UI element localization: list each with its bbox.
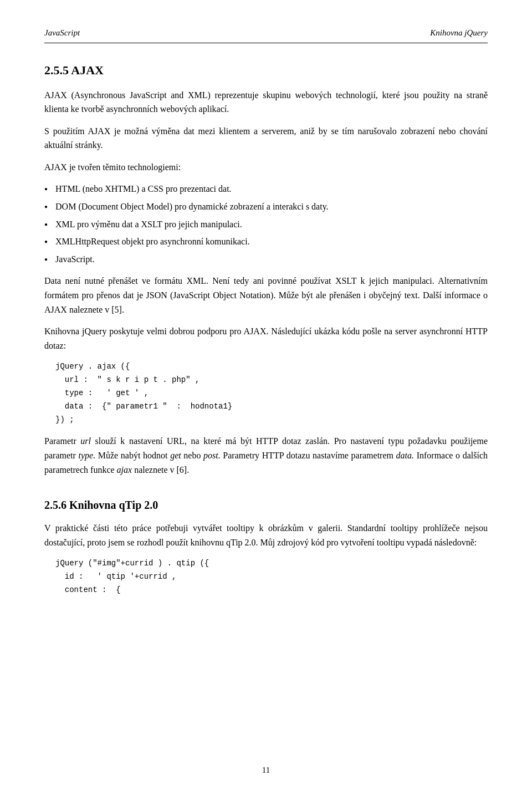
para6-after-post: Parametry HTTP dotazu nastavíme parametr…: [221, 451, 396, 460]
para6-between: nebo: [181, 451, 203, 460]
page-number: 11: [262, 766, 270, 774]
code-block-ajax: jQuery . ajax ({ url : " s k r i p t . p…: [44, 360, 488, 426]
section-255-para6: Parametr url slouží k nastavení URL, na …: [44, 434, 488, 477]
page: JavaScript Knihovna jQuery 2.5.5 AJAX AJ…: [0, 0, 532, 796]
header-right: Knihovna jQuery: [430, 27, 488, 39]
list-item: HTML (nebo XHTML) a CSS pro prezentaci d…: [44, 182, 488, 196]
section-255-para3: AJAX je tvořen těmito technologiemi:: [44, 160, 488, 175]
list-item: JavaScript.: [44, 252, 488, 267]
para6-type-italic: type.: [79, 451, 96, 460]
list-item: XMLHttpRequest objekt pro asynchronní ko…: [44, 234, 488, 249]
section-255-para4: Data není nutné přenášet ve formátu XML.…: [44, 274, 488, 317]
para6-after-type: Může nabýt hodnot: [95, 451, 170, 460]
para6-post-italic: post.: [203, 451, 221, 460]
section-255-title: 2.5.5 AJAX: [44, 61, 488, 79]
page-header: JavaScript Knihovna jQuery: [44, 27, 488, 43]
para6-url-italic: url: [80, 436, 91, 446]
section-255-para2: S použitím AJAX je možná výměna dat mezi…: [44, 124, 488, 152]
section-255-para1: AJAX (Asynchronous JavaScript and XML) r…: [44, 88, 488, 116]
para6-get-italic: get: [170, 451, 181, 460]
para6-before-url: Parametr: [44, 436, 80, 446]
page-footer: 11: [0, 764, 532, 777]
section-255-para5: Knihovna jQuery poskytuje velmi dobrou p…: [44, 324, 488, 353]
section-256-para1: V praktické části této práce potřebuji v…: [44, 521, 488, 549]
para6-data-italic: data.: [396, 451, 414, 460]
ajax-technologies-list: HTML (nebo XHTML) a CSS pro prezentaci d…: [44, 182, 488, 266]
section-256-title: 2.5.6 Knihovna qTip 2.0: [44, 497, 488, 513]
header-left: JavaScript: [44, 27, 80, 39]
list-item: XML pro výměnu dat a XSLT pro jejich man…: [44, 217, 488, 232]
list-item: DOM (Document Object Model) pro dynamick…: [44, 200, 488, 214]
code-block-qtip: jQuery ("#img"+currid ) . qtip ({ id : '…: [44, 557, 488, 596]
para6-ajax-italic: ajax: [117, 465, 132, 474]
para6-end: naleznete v [6].: [132, 465, 189, 474]
